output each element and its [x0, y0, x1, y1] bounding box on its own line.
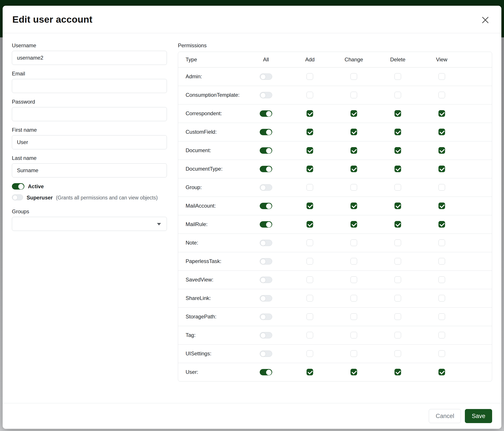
permission-view-checkbox[interactable] — [439, 147, 445, 154]
permission-add-checkbox[interactable] — [306, 332, 313, 338]
close-button[interactable] — [479, 14, 491, 26]
permission-add-checkbox[interactable] — [306, 110, 313, 117]
permission-delete-checkbox[interactable] — [395, 73, 401, 80]
permission-delete-checkbox[interactable] — [395, 276, 401, 283]
permission-delete-checkbox[interactable] — [395, 129, 401, 135]
username-input[interactable] — [12, 51, 167, 65]
permission-delete-checkbox[interactable] — [395, 92, 401, 98]
permission-view-checkbox[interactable] — [439, 369, 445, 375]
permission-delete-checkbox[interactable] — [395, 332, 401, 338]
permission-change-checkbox[interactable] — [351, 350, 357, 357]
permission-all-toggle[interactable] — [260, 92, 272, 98]
permission-all-toggle[interactable] — [260, 258, 272, 265]
permission-view-checkbox[interactable] — [439, 92, 445, 98]
permission-change-checkbox[interactable] — [351, 258, 357, 265]
active-toggle[interactable] — [12, 183, 24, 189]
permission-delete-checkbox[interactable] — [395, 147, 401, 154]
permission-all-toggle[interactable] — [260, 73, 272, 80]
first-name-field[interactable] — [12, 135, 167, 149]
permission-change-checkbox[interactable] — [351, 166, 357, 172]
cancel-button[interactable]: Cancel — [429, 409, 461, 423]
permission-delete-checkbox[interactable] — [395, 369, 401, 375]
permission-delete-checkbox[interactable] — [395, 313, 401, 320]
permission-view-checkbox[interactable] — [439, 203, 445, 209]
permission-change-checkbox[interactable] — [351, 92, 357, 98]
permission-delete-checkbox[interactable] — [395, 240, 401, 246]
permission-add-checkbox[interactable] — [306, 166, 313, 172]
spacer-cell — [464, 141, 492, 160]
permission-all-toggle[interactable] — [260, 277, 272, 283]
permission-add-checkbox[interactable] — [306, 258, 313, 265]
permission-view-checkbox[interactable] — [439, 221, 445, 228]
permission-all-toggle[interactable] — [260, 221, 272, 228]
permission-view-checkbox[interactable] — [439, 332, 445, 338]
permission-change-checkbox[interactable] — [351, 110, 357, 117]
permission-add-checkbox[interactable] — [306, 295, 313, 301]
last-name-field-group: Last name — [12, 155, 167, 178]
permission-change-checkbox[interactable] — [351, 129, 357, 135]
permission-all-toggle[interactable] — [260, 203, 272, 209]
permission-all-toggle[interactable] — [260, 314, 272, 320]
permission-change-checkbox[interactable] — [351, 369, 357, 375]
permission-all-toggle[interactable] — [260, 166, 272, 172]
permission-add-checkbox[interactable] — [306, 73, 313, 80]
permission-view-checkbox[interactable] — [439, 313, 445, 320]
permission-all-toggle[interactable] — [260, 184, 272, 191]
permission-view-checkbox[interactable] — [439, 350, 445, 357]
permission-change-checkbox[interactable] — [351, 203, 357, 209]
permission-all-toggle[interactable] — [260, 240, 272, 246]
permission-change-checkbox[interactable] — [351, 184, 357, 191]
permission-delete-checkbox[interactable] — [395, 258, 401, 265]
permission-all-toggle[interactable] — [260, 332, 272, 338]
permission-all-toggle[interactable] — [260, 369, 272, 375]
superuser-toggle[interactable] — [12, 194, 23, 200]
permission-add-checkbox[interactable] — [306, 92, 313, 98]
permission-change-checkbox[interactable] — [351, 240, 357, 246]
permission-delete-checkbox[interactable] — [395, 110, 401, 117]
password-field[interactable] — [12, 107, 167, 121]
permission-delete-checkbox[interactable] — [395, 166, 401, 172]
permission-all-toggle[interactable] — [260, 110, 272, 117]
permission-all-toggle[interactable] — [260, 295, 272, 301]
permission-view-checkbox[interactable] — [439, 295, 445, 301]
permission-change-checkbox[interactable] — [351, 313, 357, 320]
last-name-field[interactable] — [12, 163, 167, 178]
permission-add-checkbox[interactable] — [306, 203, 313, 209]
modal-footer: Cancel Save — [3, 403, 501, 429]
permission-view-checkbox[interactable] — [439, 129, 445, 135]
permission-all-toggle[interactable] — [260, 129, 272, 135]
permission-change-checkbox[interactable] — [351, 147, 357, 154]
permission-change-checkbox[interactable] — [351, 276, 357, 283]
permission-delete-checkbox[interactable] — [395, 184, 401, 191]
permission-delete-checkbox[interactable] — [395, 221, 401, 228]
permission-change-checkbox[interactable] — [351, 332, 357, 338]
permission-view-checkbox[interactable] — [439, 166, 445, 172]
save-button[interactable]: Save — [465, 409, 492, 423]
permission-add-checkbox[interactable] — [306, 350, 313, 357]
permission-add-checkbox[interactable] — [306, 240, 313, 246]
permission-change-checkbox[interactable] — [351, 221, 357, 228]
permission-all-toggle[interactable] — [260, 350, 272, 357]
permission-add-checkbox[interactable] — [306, 184, 313, 191]
permission-view-checkbox[interactable] — [439, 110, 445, 117]
permission-view-checkbox[interactable] — [439, 73, 445, 80]
permission-change-checkbox[interactable] — [351, 73, 357, 80]
permission-view-checkbox[interactable] — [439, 184, 445, 191]
groups-select[interactable] — [12, 217, 167, 231]
permission-change-checkbox[interactable] — [351, 295, 357, 301]
permission-add-checkbox[interactable] — [306, 129, 313, 135]
permission-view-checkbox[interactable] — [439, 258, 445, 265]
table-row: MailRule: — [178, 215, 492, 233]
permission-view-checkbox[interactable] — [439, 240, 445, 246]
permission-add-checkbox[interactable] — [306, 313, 313, 320]
email-field[interactable] — [12, 79, 167, 93]
permission-delete-checkbox[interactable] — [395, 295, 401, 301]
permission-add-checkbox[interactable] — [306, 221, 313, 228]
permission-all-toggle[interactable] — [260, 147, 272, 154]
permission-view-checkbox[interactable] — [439, 276, 445, 283]
permission-add-checkbox[interactable] — [306, 147, 313, 154]
permission-delete-checkbox[interactable] — [395, 350, 401, 357]
permission-add-checkbox[interactable] — [306, 369, 313, 375]
permission-add-checkbox[interactable] — [306, 276, 313, 283]
permission-delete-checkbox[interactable] — [395, 203, 401, 209]
